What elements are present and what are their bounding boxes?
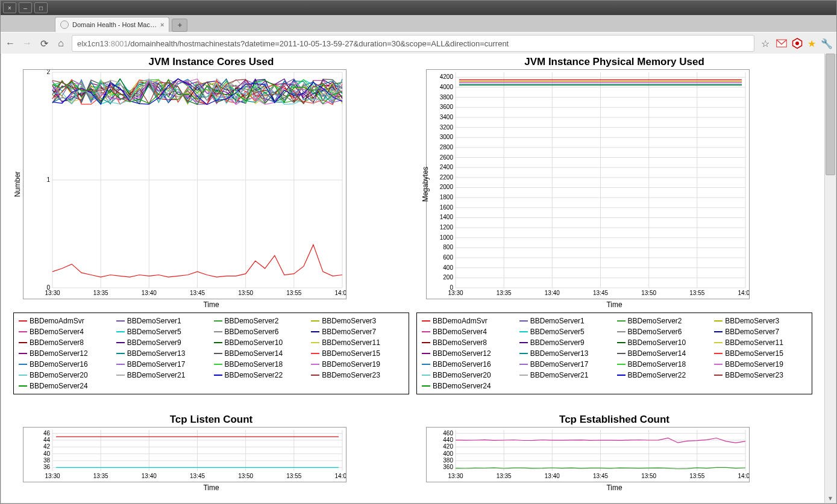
chart-legend: BBDemoAdmSvrBBDemoServer1BBDemoServer2BB…	[13, 313, 409, 394]
legend-item: BBDemoServer10	[617, 338, 710, 347]
legend-item: BBDemoServer16	[422, 360, 515, 369]
svg-text:2000: 2000	[440, 184, 454, 190]
forward-button[interactable]: →	[21, 37, 33, 49]
gmail-icon[interactable]	[776, 38, 787, 49]
bookmark-icon[interactable]: ☆	[759, 37, 771, 49]
legend-item: BBDemoServer24	[422, 382, 515, 390]
window-maximize-button[interactable]: □	[34, 2, 48, 13]
svg-text:2600: 2600	[440, 154, 454, 161]
svg-text:13:45: 13:45	[593, 290, 608, 296]
chart-title: Tcp Established Count	[416, 414, 812, 426]
star-icon[interactable]: ★	[807, 38, 816, 49]
svg-text:13:50: 13:50	[238, 290, 253, 296]
url-port: :8001	[108, 39, 128, 48]
legend-item: BBDemoServer12	[19, 349, 111, 358]
svg-text:13:50: 13:50	[641, 473, 656, 479]
svg-text:14:00: 14:00	[334, 473, 346, 479]
legend-item: BBDemoServer17	[519, 360, 612, 369]
adblock-icon[interactable]	[792, 38, 803, 49]
legend-item: BBDemoServer4	[422, 328, 515, 336]
svg-text:2: 2	[46, 69, 50, 75]
legend-item: BBDemoServer8	[422, 338, 515, 347]
url-bar[interactable]: elx1cn13:8001/domainhealth/hostmachinest…	[72, 35, 754, 52]
svg-text:13:55: 13:55	[286, 473, 301, 479]
x-axis-label: Time	[416, 300, 812, 309]
home-button[interactable]: ⌂	[55, 37, 67, 49]
x-axis-label: Time	[13, 484, 409, 492]
svg-text:44: 44	[43, 437, 51, 443]
svg-text:13:45: 13:45	[190, 290, 205, 296]
svg-text:1800: 1800	[440, 194, 454, 201]
svg-text:800: 800	[443, 244, 453, 250]
y-axis-label: Megabytes	[421, 167, 430, 202]
svg-text:38: 38	[43, 457, 51, 464]
legend-item: BBDemoServer21	[116, 371, 209, 379]
svg-text:2800: 2800	[440, 144, 454, 151]
url-host: elx1cn13	[77, 39, 108, 48]
tab-title: Domain Health - Host Mac…	[72, 21, 157, 28]
svg-text:40: 40	[43, 450, 51, 457]
chart-tcpest: 36038040042044046013:3013:3513:4013:4513…	[426, 427, 750, 482]
svg-point-2	[795, 42, 799, 45]
legend-item: BBDemoServer18	[214, 360, 307, 369]
svg-text:14:00: 14:00	[738, 473, 750, 479]
svg-text:200: 200	[443, 274, 453, 281]
svg-text:1400: 1400	[440, 214, 454, 220]
legend-item: BBDemoServer6	[214, 328, 307, 336]
svg-text:1: 1	[46, 176, 50, 183]
svg-text:4200: 4200	[440, 73, 454, 80]
svg-text:400: 400	[443, 264, 453, 271]
legend-item: BBDemoServer24	[19, 382, 111, 390]
svg-text:42: 42	[43, 443, 51, 450]
x-axis-label: Time	[416, 484, 812, 492]
svg-text:13:55: 13:55	[689, 290, 704, 296]
chart-tcplisten: 36384042444613:3013:3513:4013:4513:5013:…	[23, 427, 346, 482]
back-button[interactable]: ←	[4, 37, 16, 49]
svg-text:3200: 3200	[440, 124, 454, 131]
legend-item: BBDemoServer9	[519, 338, 612, 347]
reload-button[interactable]: ⟳	[38, 37, 50, 49]
new-tab-button[interactable]: +	[172, 19, 187, 32]
legend-item: BBDemoServer7	[311, 328, 404, 336]
legend-item: BBDemoServer19	[311, 360, 404, 369]
svg-text:14:00: 14:00	[334, 290, 346, 296]
svg-text:13:40: 13:40	[142, 473, 157, 479]
svg-text:13:40: 13:40	[142, 290, 157, 296]
svg-text:400: 400	[443, 450, 453, 457]
svg-text:13:30: 13:30	[45, 290, 60, 296]
window-minimize-button[interactable]: –	[19, 2, 32, 13]
legend-item: BBDemoServer10	[214, 338, 307, 347]
legend-item: BBDemoServer13	[519, 349, 612, 358]
svg-text:13:45: 13:45	[190, 473, 205, 479]
chart-title: JVM Instance Physical Memory Used	[416, 56, 812, 68]
tab-close-icon[interactable]: ×	[160, 21, 164, 28]
scroll-down-icon[interactable]: ▼	[825, 493, 836, 503]
legend-item: BBDemoServer4	[19, 328, 111, 336]
legend-item: BBDemoServer14	[617, 349, 710, 358]
legend-item: BBDemoServer2	[214, 317, 307, 325]
chart-title: Tcp Listen Count	[13, 414, 409, 426]
vertical-scrollbar[interactable]: ▲ ▼	[824, 54, 836, 503]
legend-item: BBDemoServer13	[116, 349, 209, 358]
legend-item: BBDemoServer21	[519, 371, 612, 379]
svg-text:46: 46	[43, 430, 51, 437]
svg-text:1600: 1600	[440, 204, 454, 211]
legend-item: BBDemoServer20	[422, 371, 515, 379]
svg-text:1000: 1000	[440, 234, 454, 241]
browser-tab[interactable]: Domain Health - Host Mac… ×	[55, 17, 169, 32]
svg-text:2400: 2400	[440, 164, 454, 170]
svg-text:3600: 3600	[440, 104, 454, 110]
legend-item: BBDemoServer19	[714, 360, 807, 369]
legend-item: BBDemoServer20	[19, 371, 111, 379]
svg-text:380: 380	[443, 457, 453, 464]
legend-item: BBDemoServer1	[116, 317, 209, 325]
legend-item: BBDemoServer22	[214, 371, 307, 379]
wrench-icon[interactable]: 🔧	[821, 38, 833, 49]
scroll-thumb[interactable]	[826, 54, 835, 175]
svg-text:1200: 1200	[440, 224, 454, 231]
window-close-button[interactable]: ×	[3, 2, 16, 13]
svg-text:13:35: 13:35	[93, 473, 108, 479]
svg-text:2200: 2200	[440, 174, 454, 181]
legend-item: BBDemoServer14	[214, 349, 307, 358]
legend-item: BBDemoServer7	[714, 328, 807, 336]
